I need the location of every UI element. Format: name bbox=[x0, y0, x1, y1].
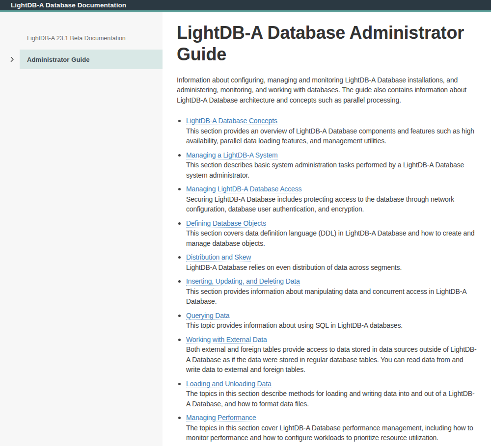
toc-item: Inserting, Updating, and Deleting Data T… bbox=[186, 276, 478, 307]
toc-link-defining-objects[interactable]: Defining Database Objects bbox=[186, 219, 266, 228]
toc-link-managing-system[interactable]: Managing a LightDB-A System bbox=[186, 151, 278, 159]
page-layout: LightDB-A 23.1 Beta Documentation Admini… bbox=[0, 12, 491, 446]
toc-description: Both external and foreign tables provide… bbox=[186, 344, 478, 375]
toc-link-inserting-updating-deleting[interactable]: Inserting, Updating, and Deleting Data bbox=[186, 277, 300, 286]
toc-description: The topics in this section describe meth… bbox=[186, 389, 478, 409]
toc-description: This section describes basic system admi… bbox=[186, 160, 478, 180]
toc-description: This section provides information about … bbox=[186, 287, 478, 307]
toc-list: LightDB-A Database Concepts This section… bbox=[177, 116, 478, 443]
sidebar: LightDB-A 23.1 Beta Documentation Admini… bbox=[0, 12, 163, 446]
main-content: LightDB-A Database Administrator Guide I… bbox=[163, 12, 491, 446]
intro-paragraph: Information about configuring, managing … bbox=[177, 75, 478, 105]
toc-link-managing-performance[interactable]: Managing Performance bbox=[186, 414, 256, 422]
toc-description: This topic provides information about us… bbox=[186, 320, 478, 331]
page-title: LightDB-A Database Administrator Guide bbox=[177, 22, 478, 65]
toc-description: This section covers data definition lang… bbox=[186, 228, 478, 248]
sidebar-item-label: Administrator Guide bbox=[27, 56, 90, 63]
toc-item: Working with External Data Both external… bbox=[186, 335, 478, 375]
toc-item: Querying Data This topic provides inform… bbox=[186, 311, 478, 331]
toc-description: LightDB-A Database relies on even distri… bbox=[186, 263, 478, 273]
toc-link-database-access[interactable]: Managing LightDB-A Database Access bbox=[186, 185, 301, 193]
sidebar-docset-link[interactable]: LightDB-A 23.1 Beta Documentation bbox=[27, 35, 163, 42]
chevron-right-icon[interactable] bbox=[10, 50, 14, 69]
toc-item: Managing Performance The topics in this … bbox=[186, 413, 478, 443]
toc-item: Loading and Unloading Data The topics in… bbox=[186, 379, 478, 409]
toc-item: Managing LightDB-A Database Access Secur… bbox=[186, 184, 478, 214]
toc-description: Securing LightDB-A Database includes pro… bbox=[186, 194, 478, 214]
sidebar-item-administrator-guide[interactable]: Administrator Guide bbox=[20, 50, 163, 69]
toc-item: Distribution and Skew LightDB-A Database… bbox=[186, 252, 478, 272]
toc-item: LightDB-A Database Concepts This section… bbox=[186, 116, 478, 146]
toc-item: Managing a LightDB-A System This section… bbox=[186, 150, 478, 181]
toc-link-querying-data[interactable]: Querying Data bbox=[186, 312, 229, 320]
toc-description: The topics in this section cover LightDB… bbox=[186, 423, 478, 443]
app-header-title: LightDB-A Database Documentation bbox=[11, 1, 126, 9]
toc-link-external-data[interactable]: Working with External Data bbox=[186, 336, 267, 344]
app-header: LightDB-A Database Documentation bbox=[0, 0, 491, 12]
toc-item: Defining Database Objects This section c… bbox=[186, 218, 478, 249]
toc-description: This section provides an overview of Lig… bbox=[186, 126, 478, 146]
sidebar-nav-row: Administrator Guide bbox=[0, 50, 163, 69]
toc-link-database-concepts[interactable]: LightDB-A Database Concepts bbox=[186, 117, 277, 125]
toc-link-loading-unloading[interactable]: Loading and Unloading Data bbox=[186, 380, 272, 388]
toc-link-distribution-skew[interactable]: Distribution and Skew bbox=[186, 253, 251, 262]
